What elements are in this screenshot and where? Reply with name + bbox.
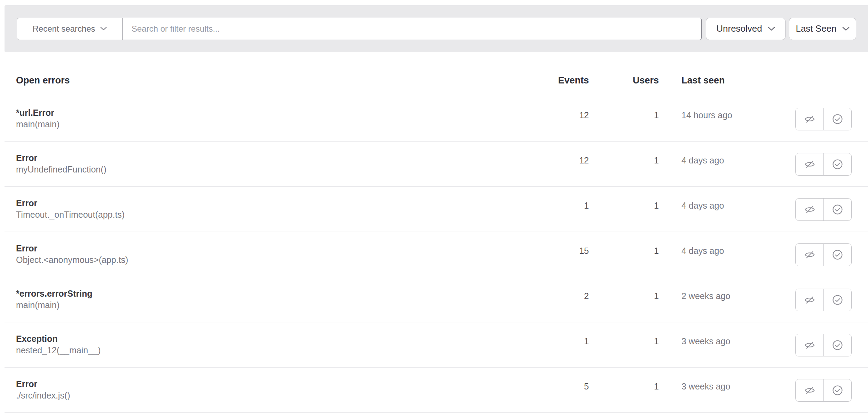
users-count: 1 <box>654 381 659 392</box>
row-action-group <box>795 153 852 176</box>
table-row[interactable]: *url.Error main(main) 12 1 14 hours ago <box>5 96 868 142</box>
table-title: Open errors <box>16 75 70 86</box>
row-action-group <box>795 289 852 311</box>
table-row[interactable]: Exception nested_12(__main__) 1 1 3 week… <box>5 322 868 368</box>
events-count: 5 <box>584 381 589 392</box>
error-culprit: Timeout._onTimeout(app.ts) <box>16 209 125 220</box>
table-row[interactable]: Error myUndefinedFunction() 12 1 4 days … <box>5 142 868 187</box>
eye-off-icon <box>804 385 815 396</box>
resolve-button[interactable] <box>823 244 851 266</box>
resolve-button[interactable] <box>823 379 851 401</box>
error-culprit: main(main) <box>16 119 60 130</box>
check-circle-icon <box>832 385 843 396</box>
eye-off-icon <box>804 204 815 215</box>
issue-text-block: *url.Error main(main) <box>16 107 60 130</box>
error-title[interactable]: *url.Error <box>16 107 60 119</box>
users-count: 1 <box>654 155 659 166</box>
issues-table: Open errors Events Users Last seen *url.… <box>5 64 868 413</box>
eye-off-icon <box>804 113 815 125</box>
filter-bar: Recent searches Unresolved Last Seen <box>5 5 868 52</box>
error-title[interactable]: Error <box>16 378 70 390</box>
row-action-group <box>795 198 852 221</box>
chevron-down-icon <box>768 27 775 31</box>
last-seen-value: 2 weeks ago <box>681 291 730 301</box>
check-circle-icon <box>832 294 843 306</box>
last-seen-value: 4 days ago <box>681 201 724 211</box>
events-count: 12 <box>579 155 589 166</box>
events-count: 15 <box>579 246 589 256</box>
ignore-button[interactable] <box>796 334 823 356</box>
ignore-button[interactable] <box>796 108 823 130</box>
events-count: 2 <box>584 291 589 301</box>
error-culprit: myUndefinedFunction() <box>16 164 106 175</box>
error-culprit: Object.<anonymous>(app.ts) <box>16 254 128 266</box>
row-action-group <box>795 243 852 266</box>
chevron-down-icon <box>100 27 107 31</box>
users-count: 1 <box>654 201 659 211</box>
resolve-button[interactable] <box>823 199 851 220</box>
table-header: Open errors Events Users Last seen <box>5 64 868 96</box>
issue-text-block: *errors.errorString main(main) <box>16 288 93 311</box>
resolve-button[interactable] <box>823 289 851 311</box>
check-circle-icon <box>832 113 843 125</box>
ignore-button[interactable] <box>796 289 823 311</box>
last-seen-value: 4 days ago <box>681 246 724 256</box>
recent-searches-label: Recent searches <box>32 24 95 34</box>
search-group: Recent searches <box>17 18 702 40</box>
sort-filter-dropdown[interactable]: Last Seen <box>789 18 856 40</box>
last-seen-value: 14 hours ago <box>681 110 732 120</box>
issue-text-block: Exception nested_12(__main__) <box>16 333 101 356</box>
row-action-group <box>795 334 852 356</box>
error-title[interactable]: Error <box>16 152 106 164</box>
eye-off-icon <box>804 249 815 260</box>
error-title[interactable]: Error <box>16 198 125 209</box>
check-circle-icon <box>832 339 843 351</box>
error-title[interactable]: Error <box>16 243 128 254</box>
search-input[interactable] <box>122 18 702 40</box>
table-row[interactable]: Error ./src/index.js() 5 1 3 weeks ago <box>5 368 868 413</box>
recent-searches-dropdown[interactable]: Recent searches <box>17 18 122 40</box>
column-header-users: Users <box>633 75 659 86</box>
resolve-button[interactable] <box>823 108 851 130</box>
issue-text-block: Error Object.<anonymous>(app.ts) <box>16 243 128 266</box>
issue-rows: *url.Error main(main) 12 1 14 hours ago … <box>5 96 868 413</box>
last-seen-value: 4 days ago <box>681 155 724 166</box>
users-count: 1 <box>654 246 659 256</box>
status-filter-label: Unresolved <box>716 23 762 34</box>
error-title[interactable]: Exception <box>16 333 101 345</box>
check-circle-icon <box>832 204 843 215</box>
status-filter-dropdown[interactable]: Unresolved <box>706 18 786 40</box>
eye-off-icon <box>804 339 815 351</box>
users-count: 1 <box>654 110 659 120</box>
events-count: 12 <box>579 110 589 120</box>
column-header-last-seen: Last seen <box>681 75 725 86</box>
last-seen-value: 3 weeks ago <box>681 381 730 392</box>
resolve-button[interactable] <box>823 334 851 356</box>
chevron-down-icon <box>842 27 850 31</box>
resolve-button[interactable] <box>823 153 851 175</box>
issue-text-block: Error ./src/index.js() <box>16 378 70 401</box>
ignore-button[interactable] <box>796 244 823 266</box>
table-row[interactable]: *errors.errorString main(main) 2 1 2 wee… <box>5 277 868 322</box>
error-culprit: ./src/index.js() <box>16 390 70 401</box>
users-count: 1 <box>654 291 659 301</box>
ignore-button[interactable] <box>796 379 823 401</box>
issue-text-block: Error Timeout._onTimeout(app.ts) <box>16 198 125 220</box>
last-seen-value: 3 weeks ago <box>681 336 730 346</box>
ignore-button[interactable] <box>796 153 823 175</box>
check-circle-icon <box>832 249 843 260</box>
issue-text-block: Error myUndefinedFunction() <box>16 152 106 175</box>
events-count: 1 <box>584 201 589 211</box>
eye-off-icon <box>804 159 815 170</box>
eye-off-icon <box>804 294 815 306</box>
ignore-button[interactable] <box>796 199 823 220</box>
table-row[interactable]: Error Timeout._onTimeout(app.ts) 1 1 4 d… <box>5 187 868 232</box>
row-action-group <box>795 379 852 402</box>
error-title[interactable]: *errors.errorString <box>16 288 93 299</box>
error-culprit: main(main) <box>16 299 93 311</box>
row-action-group <box>795 108 852 130</box>
users-count: 1 <box>654 336 659 346</box>
sort-filter-label: Last Seen <box>796 23 836 34</box>
check-circle-icon <box>832 159 843 170</box>
table-row[interactable]: Error Object.<anonymous>(app.ts) 15 1 4 … <box>5 232 868 277</box>
